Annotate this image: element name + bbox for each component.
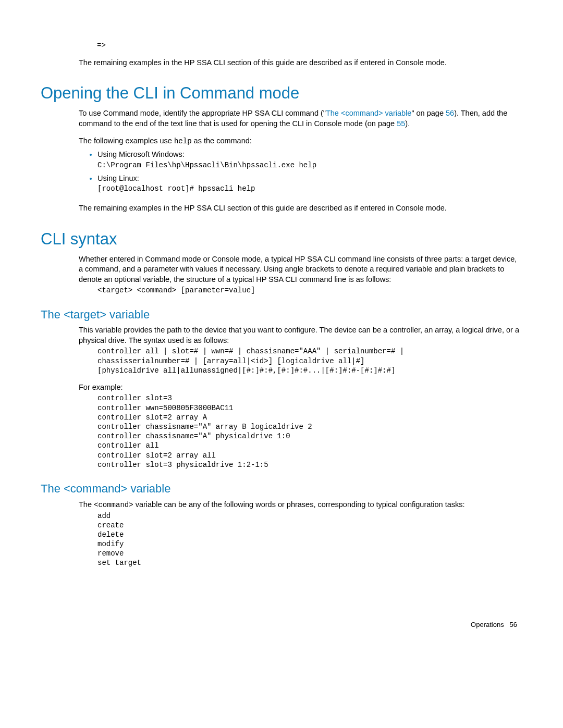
code-syntax-structure: <target> <command> [parameter=value]: [97, 286, 522, 295]
bullet-label-linux: Using Linux:: [97, 174, 139, 182]
prompt-arrow: =>: [41, 41, 522, 51]
link-page-56[interactable]: 56: [446, 109, 454, 117]
text-fragment: as the command:: [192, 137, 252, 145]
heading-target-variable: The <target> variable: [41, 307, 522, 323]
text-fragment: " on page: [411, 109, 446, 117]
list-item-linux: Using Linux: [root@localhost root]# hpss…: [97, 174, 522, 194]
target-paragraph-1: This variable provides the path to the d…: [79, 325, 522, 346]
target-for-example-label: For example:: [79, 382, 522, 393]
heading-command-variable: The <command> variable: [41, 481, 522, 497]
open-paragraph-1: To use Command mode, identify the approp…: [79, 108, 522, 129]
heading-cli-syntax: CLI syntax: [41, 228, 522, 250]
text-fragment: The: [79, 500, 94, 509]
page-footer: Operations 56: [41, 620, 522, 630]
text-fragment: To use Command mode, identify the approp…: [79, 109, 326, 117]
inline-code-command: <command>: [94, 501, 133, 509]
heading-opening-cli: Opening the CLI in Command mode: [41, 82, 522, 104]
command-paragraph-1: The <command> variable can be any of the…: [79, 500, 522, 510]
bullet-label-windows: Using Microsoft Windows:: [97, 150, 185, 158]
code-windows-cmd: C:\Program Files\hp\Hpssacli\Bin\hpssacl…: [97, 161, 522, 170]
intro-paragraph: The remaining examples in the HP SSA CLI…: [79, 58, 522, 68]
link-page-55[interactable]: 55: [397, 119, 405, 128]
footer-section-label: Operations: [471, 621, 504, 628]
code-target-examples: controller slot=3 controller wwn=500805F…: [97, 393, 522, 470]
open-outro-paragraph: The remaining examples in the HP SSA CLI…: [79, 203, 522, 214]
code-target-syntax: controller all | slot=# | wwn=# | chassi…: [97, 347, 522, 375]
inline-code-help: help: [174, 137, 192, 145]
list-item-windows: Using Microsoft Windows: C:\Program File…: [97, 150, 522, 170]
syntax-paragraph-1: Whether entered in Command mode or Conso…: [79, 254, 522, 285]
examples-list: Using Microsoft Windows: C:\Program File…: [79, 150, 522, 194]
open-examples-intro: The following examples use help as the c…: [79, 136, 522, 146]
footer-page-number: 56: [510, 621, 517, 628]
link-command-variable[interactable]: The <command> variable: [326, 109, 411, 117]
text-fragment: The following examples use: [79, 137, 174, 145]
text-fragment: ).: [405, 119, 410, 128]
text-fragment: variable can be any of the following wor…: [133, 500, 465, 509]
code-linux-cmd: [root@localhost root]# hpssacli help: [97, 184, 522, 194]
code-command-list: add create delete modify remove set targ…: [97, 511, 522, 568]
